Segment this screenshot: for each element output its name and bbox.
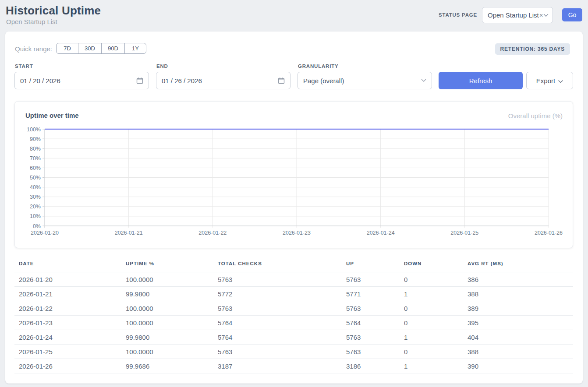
table-cell: 5771 — [342, 287, 400, 301]
quick-range-label: Quick range: — [15, 45, 52, 53]
retention-badge: RETENTION: 365 DAYS — [495, 43, 570, 55]
table-cell: 390 — [463, 359, 573, 373]
uptime-table-body: 2026-01-20100.00005763576303862026-01-21… — [14, 272, 573, 373]
svg-text:90%: 90% — [30, 136, 41, 142]
start-date-input[interactable]: 01 / 20 / 2026 — [14, 72, 149, 89]
svg-text:80%: 80% — [30, 146, 41, 152]
start-date-label: START — [15, 63, 33, 69]
svg-text:2026-01-24: 2026-01-24 — [367, 230, 395, 236]
table-cell: 5764 — [342, 316, 400, 330]
table-cell: 5763 — [342, 330, 400, 345]
chevron-down-icon — [558, 77, 563, 84]
svg-text:60%: 60% — [30, 165, 41, 171]
table-cell: 2026-01-21 — [14, 287, 121, 301]
quick-range-30d-button[interactable]: 30D — [78, 43, 102, 54]
uptime-table: DATEUPTIME %TOTAL CHECKSUPDOWNAVG RT (MS… — [14, 258, 573, 373]
table-cell: 2026-01-22 — [14, 301, 121, 316]
svg-text:2026-01-22: 2026-01-22 — [198, 230, 227, 236]
clear-selection-icon[interactable]: × — [539, 11, 543, 19]
export-button-label: Export — [536, 77, 555, 84]
table-cell: 5763 — [213, 301, 342, 316]
table-cell: 99.9800 — [121, 287, 213, 301]
table-cell: 5763 — [342, 272, 400, 287]
table-cell: 5764 — [213, 330, 342, 345]
svg-text:10%: 10% — [30, 213, 41, 219]
svg-text:50%: 50% — [30, 175, 41, 181]
chevron-down-icon — [543, 14, 549, 17]
granularity-selected-value: Page (overall) — [303, 77, 344, 84]
table-cell: 100.0000 — [121, 345, 213, 359]
table-row: 2026-01-20100.0000576357630386 — [14, 272, 573, 287]
table-cell: 2026-01-23 — [14, 316, 121, 330]
table-row: 2026-01-22100.0000576357630389 — [14, 301, 573, 316]
table-cell: 1 — [400, 359, 463, 373]
end-date-label: END — [156, 63, 168, 69]
table-cell: 0 — [400, 316, 463, 330]
end-date-value: 01 / 26 / 2026 — [162, 77, 202, 84]
svg-text:100%: 100% — [27, 127, 41, 133]
export-button[interactable]: Export — [526, 72, 573, 89]
table-cell: 388 — [463, 345, 573, 359]
table-header-cell: DOWN — [400, 258, 463, 272]
table-cell: 3186 — [342, 359, 400, 373]
table-cell: 2026-01-25 — [14, 345, 121, 359]
quick-range-1y-button[interactable]: 1Y — [124, 43, 146, 54]
quick-range-90d-button[interactable]: 90D — [101, 43, 125, 54]
table-cell: 100.0000 — [121, 272, 213, 287]
table-cell: 0 — [400, 345, 463, 359]
table-cell: 5772 — [213, 287, 342, 301]
chart-legend: Overall uptime (%) — [508, 112, 563, 120]
svg-text:2026-01-21: 2026-01-21 — [115, 230, 143, 236]
table-cell: 388 — [463, 287, 573, 301]
table-header-cell: UPTIME % — [121, 258, 213, 272]
calendar-icon[interactable] — [136, 77, 143, 84]
table-row: 2026-01-2199.9800577257711388 — [14, 287, 573, 301]
svg-text:20%: 20% — [30, 204, 41, 210]
table-cell: 389 — [463, 301, 573, 316]
table-cell: 100.0000 — [121, 301, 213, 316]
table-cell: 0 — [400, 272, 463, 287]
status-page-select[interactable]: Open Startup List × — [482, 7, 553, 23]
table-cell: 3187 — [213, 359, 342, 373]
end-date-input[interactable]: 01 / 26 / 2026 — [156, 72, 290, 89]
go-button[interactable]: Go — [562, 8, 582, 21]
table-cell: 395 — [463, 316, 573, 330]
table-cell: 99.9800 — [121, 330, 213, 345]
table-cell: 2026-01-20 — [14, 272, 121, 287]
uptime-chart-card: Uptime over time Overall uptime (%) 0%10… — [14, 101, 573, 248]
table-cell: 2026-01-26 — [14, 359, 121, 373]
table-cell: 1 — [400, 330, 463, 345]
table-cell: 100.0000 — [121, 316, 213, 330]
table-cell: 0 — [400, 301, 463, 316]
svg-text:40%: 40% — [30, 184, 41, 190]
table-cell: 5764 — [213, 316, 342, 330]
table-header-cell: AVG RT (MS) — [463, 258, 573, 272]
table-header-cell: TOTAL CHECKS — [213, 258, 342, 272]
table-row: 2026-01-23100.0000576457640395 — [14, 316, 573, 330]
table-cell: 5763 — [342, 301, 400, 316]
table-cell: 386 — [463, 272, 573, 287]
page-subtitle: Open Startup List — [6, 18, 57, 25]
refresh-button[interactable]: Refresh — [439, 72, 523, 89]
table-cell: 2026-01-24 — [14, 330, 121, 345]
granularity-select[interactable]: Page (overall) — [298, 72, 432, 89]
svg-text:0%: 0% — [33, 223, 41, 229]
svg-text:2026-01-20: 2026-01-20 — [31, 230, 59, 236]
main-panel: Quick range: 7D30D90D1Y RETENTION: 365 D… — [5, 32, 583, 383]
page-header: Historical Uptime Open Startup List STAT… — [0, 0, 588, 28]
svg-text:2026-01-25: 2026-01-25 — [450, 230, 478, 236]
svg-text:30%: 30% — [30, 194, 41, 200]
page-title: Historical Uptime — [6, 4, 101, 18]
table-header-row: DATEUPTIME %TOTAL CHECKSUPDOWNAVG RT (MS… — [14, 258, 573, 272]
calendar-icon[interactable] — [278, 77, 285, 84]
table-row: 2026-01-25100.0000576357630388 — [14, 345, 573, 359]
table-row: 2026-01-2499.9800576457631404 — [14, 330, 573, 345]
table-cell: 5763 — [342, 345, 400, 359]
svg-text:2026-01-26: 2026-01-26 — [535, 230, 563, 236]
table-cell: 5763 — [213, 272, 342, 287]
table-header-cell: UP — [342, 258, 400, 272]
status-page-label: STATUS PAGE — [439, 12, 477, 18]
table-header-cell: DATE — [14, 258, 121, 272]
quick-range-group: 7D30D90D1Y — [56, 43, 146, 54]
quick-range-7d-button[interactable]: 7D — [56, 43, 78, 54]
